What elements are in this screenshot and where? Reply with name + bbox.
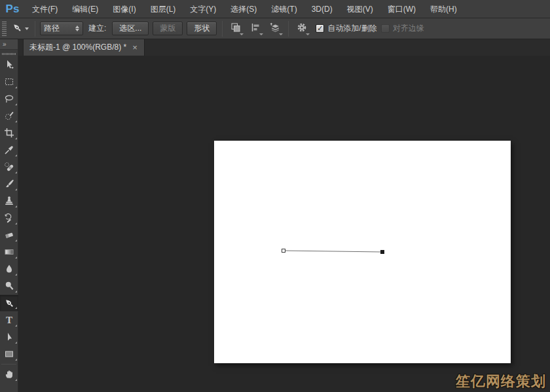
- path-segment[interactable]: [284, 251, 382, 252]
- brush-tool[interactable]: [0, 175, 18, 192]
- tool-mode-value: 路径: [44, 23, 75, 34]
- gradient-tool[interactable]: [0, 243, 18, 260]
- auto-add-delete-checkbox[interactable]: ✓: [316, 24, 324, 33]
- pen-icon: [4, 298, 15, 309]
- rectangle-icon: [4, 349, 14, 359]
- stamp-icon: [4, 196, 14, 206]
- document-canvas[interactable]: [214, 141, 511, 363]
- menu-edit[interactable]: 编辑(E): [65, 0, 105, 18]
- type-icon: T: [6, 315, 12, 325]
- chevron-down-icon: [279, 33, 283, 35]
- document-tab[interactable]: 未标题-1 @ 100%(RGB/8) * ×: [23, 39, 145, 56]
- tool-preset-picker[interactable]: [9, 21, 31, 37]
- path-operations-button[interactable]: [227, 21, 244, 37]
- photoshop-logo: Ps: [0, 3, 25, 16]
- move-icon: [4, 60, 14, 70]
- gradient-icon: [4, 247, 14, 257]
- hand-tool[interactable]: [0, 366, 18, 383]
- align-edges-checkbox: [381, 24, 390, 33]
- tool-options-bar: 路径 建立: 选区... 蒙版 形状: [0, 18, 550, 39]
- collapse-panel-button[interactable]: »: [0, 39, 18, 50]
- menu-help[interactable]: 帮助(H): [423, 0, 464, 18]
- menu-file[interactable]: 文件(F): [25, 0, 65, 18]
- marquee-icon: [4, 77, 14, 87]
- quick-selection-icon: [4, 111, 14, 121]
- separator: [288, 21, 289, 37]
- chevron-down-icon: [240, 33, 244, 35]
- make-selection-button[interactable]: 选区...: [112, 22, 149, 35]
- lasso-icon: [4, 94, 14, 104]
- rectangle-tool[interactable]: [0, 346, 18, 363]
- menu-layer[interactable]: 图层(L): [143, 0, 183, 18]
- options-bar-grip[interactable]: [2, 22, 7, 36]
- eraser-icon: [4, 230, 14, 240]
- hand-icon: [4, 369, 14, 380]
- menu-type[interactable]: 文字(Y): [183, 0, 223, 18]
- clone-stamp-tool[interactable]: [0, 192, 18, 209]
- menu-3d[interactable]: 3D(D): [304, 0, 340, 18]
- tools-panel-grip[interactable]: [2, 51, 16, 56]
- rectangular-marquee-tool[interactable]: [0, 73, 18, 90]
- menu-filter[interactable]: 滤镜(T): [264, 0, 304, 18]
- healing-brush-icon: [4, 162, 14, 172]
- history-brush-tool[interactable]: [0, 209, 18, 226]
- chevron-down-icon: [25, 27, 29, 30]
- make-mask-button: 蒙版: [153, 22, 183, 35]
- menu-bar: Ps 文件(F) 编辑(E) 图像(I) 图层(L) 文字(Y) 选择(S) 滤…: [0, 0, 550, 18]
- move-tool[interactable]: [0, 56, 18, 73]
- auto-add-delete-label: 自动添加/删除: [327, 23, 376, 34]
- align-edges-label: 对齐边缘: [393, 23, 424, 34]
- path-anchor-unselected[interactable]: [282, 249, 285, 253]
- spot-healing-brush-tool[interactable]: [0, 158, 18, 175]
- chevron-down-icon: [306, 33, 310, 35]
- crop-tool[interactable]: [0, 124, 18, 141]
- spinner-icon: [75, 26, 79, 31]
- tool-mode-dropdown[interactable]: 路径: [40, 22, 83, 35]
- close-icon[interactable]: ×: [132, 43, 138, 52]
- path-selection-tool[interactable]: [0, 329, 18, 346]
- document-tab-title: 未标题-1 @ 100%(RGB/8) *: [29, 42, 126, 53]
- make-shape-button[interactable]: 形状: [187, 22, 217, 35]
- brush-icon: [4, 179, 14, 189]
- chevron-down-icon: [259, 33, 263, 35]
- separator: [222, 21, 223, 37]
- dodge-icon: [4, 281, 14, 291]
- eyedropper-icon: [4, 145, 14, 155]
- watermark-text: 笙亿网络策划: [456, 372, 546, 391]
- selection-arrow-icon: [4, 332, 14, 342]
- path-anchor-selected[interactable]: [380, 250, 384, 254]
- quick-selection-tool[interactable]: [0, 107, 18, 124]
- menu-window[interactable]: 窗口(W): [380, 0, 423, 18]
- pen-path: [214, 141, 511, 363]
- blur-tool[interactable]: [0, 260, 18, 277]
- crop-icon: [4, 128, 14, 138]
- path-alignment-button[interactable]: [247, 21, 264, 37]
- pen-options-button[interactable]: [293, 21, 310, 37]
- make-label: 建立:: [88, 23, 106, 34]
- document-tab-bar: 未标题-1 @ 100%(RGB/8) * ×: [18, 39, 550, 56]
- dodge-tool[interactable]: [0, 277, 18, 294]
- menu-image[interactable]: 图像(I): [105, 0, 143, 18]
- eyedropper-tool[interactable]: [0, 141, 18, 158]
- eraser-tool[interactable]: [0, 226, 18, 243]
- type-tool[interactable]: T: [0, 312, 18, 329]
- history-brush-icon: [4, 213, 14, 223]
- lasso-tool[interactable]: [0, 90, 18, 107]
- pen-icon: [12, 22, 23, 35]
- path-arrangement-button[interactable]: [266, 21, 284, 37]
- pen-tool[interactable]: [0, 294, 18, 312]
- menu-view[interactable]: 视图(V): [340, 0, 380, 18]
- separator: [1, 364, 16, 365]
- menu-select[interactable]: 选择(S): [223, 0, 264, 18]
- tools-panel: »: [0, 39, 18, 392]
- separator: [35, 21, 35, 37]
- blur-drop-icon: [4, 264, 14, 274]
